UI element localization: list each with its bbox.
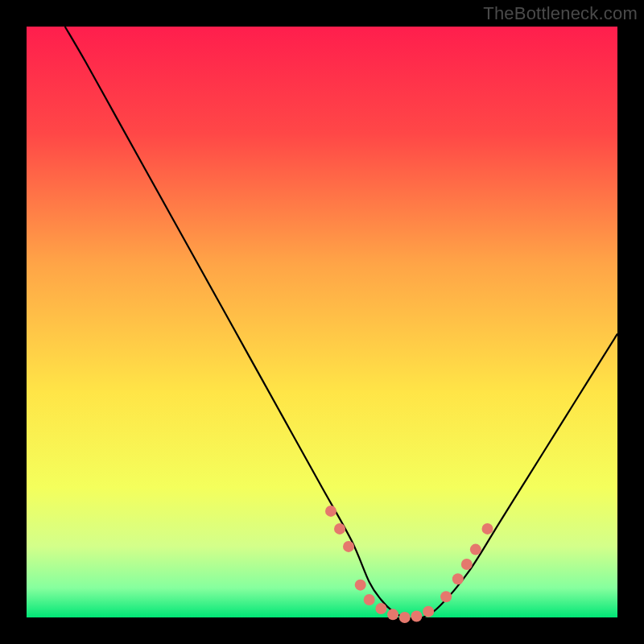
highlight-dot: [482, 523, 493, 535]
highlight-dot: [399, 612, 411, 623]
highlight-dot: [355, 580, 366, 591]
highlight-dot: [470, 544, 481, 555]
watermark-text: TheBottleneck.com: [483, 3, 638, 24]
highlight-dot: [334, 523, 345, 535]
highlight-dot: [440, 591, 452, 602]
highlight-dot: [325, 506, 336, 517]
highlight-dot: [461, 559, 473, 570]
highlight-dot: [343, 541, 354, 552]
highlight-dot: [452, 573, 464, 584]
highlight-dot: [411, 611, 422, 622]
highlight-dot: [364, 594, 375, 605]
highlight-dot: [423, 606, 434, 617]
highlight-dot: [375, 603, 386, 614]
highlight-dot: [387, 609, 398, 620]
bottleneck-chart: [0, 0, 644, 644]
